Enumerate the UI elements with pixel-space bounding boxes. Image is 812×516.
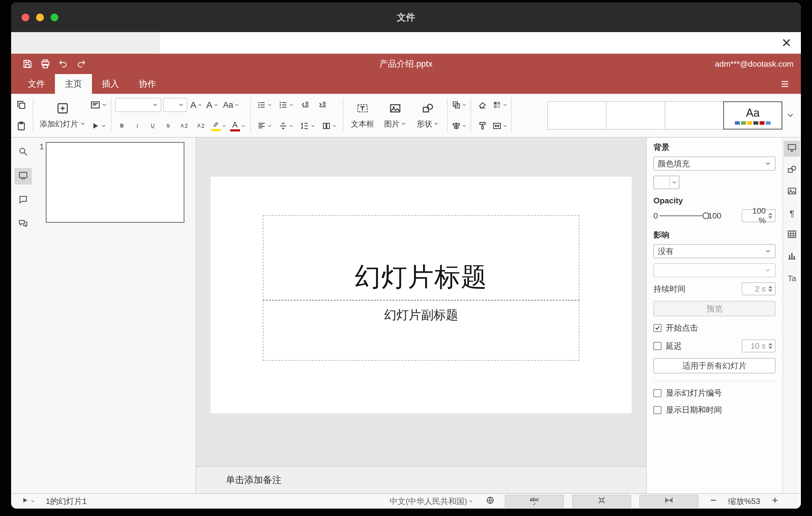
- slide-size-button[interactable]: [492, 117, 508, 135]
- theme-tile-1[interactable]: [547, 101, 607, 130]
- image-settings-button[interactable]: [784, 184, 800, 200]
- opacity-spinner[interactable]: 100 %: [742, 209, 776, 222]
- theme-gallery: Aa: [548, 96, 799, 135]
- delay-checkbox[interactable]: 延迟: [654, 341, 682, 351]
- font-color-button[interactable]: A: [229, 117, 246, 135]
- subscript-button[interactable]: A2: [194, 117, 208, 135]
- transition-effect-select[interactable]: 没有: [654, 244, 776, 258]
- table-settings-button[interactable]: [784, 227, 800, 243]
- print-button[interactable]: [36, 56, 54, 72]
- delay-spinner[interactable]: 10 s: [742, 340, 776, 352]
- spinner-arrows-icon[interactable]: [768, 343, 773, 349]
- start-slideshow-status-button[interactable]: [19, 495, 37, 508]
- slide-thumbnail[interactable]: [46, 142, 184, 223]
- duration-spinner[interactable]: 2 s: [742, 282, 776, 295]
- panel-divider: [654, 381, 776, 381]
- add-slide-button[interactable]: 添加幻灯片: [37, 96, 88, 135]
- numbering-button[interactable]: [276, 96, 296, 114]
- spinner-arrows-icon[interactable]: [768, 286, 773, 292]
- tab-home[interactable]: 主页: [55, 74, 92, 94]
- copy-button[interactable]: [13, 96, 29, 114]
- search-button[interactable]: [14, 144, 32, 161]
- background-fill-select[interactable]: 颜色填充: [654, 156, 776, 171]
- title-placeholder[interactable]: 幻灯片标题: [263, 215, 579, 300]
- fit-to-width-button[interactable]: [639, 495, 698, 508]
- minimize-window-button[interactable]: [36, 13, 44, 21]
- slide[interactable]: 幻灯片标题 幻灯片副标题: [210, 176, 632, 413]
- spellcheck-button[interactable]: abc: [505, 495, 564, 508]
- theme-tile-3[interactable]: [665, 101, 724, 130]
- background-color-picker[interactable]: [654, 176, 679, 189]
- zoom-window-button[interactable]: [51, 13, 58, 21]
- strikeout-button[interactable]: S: [161, 117, 175, 135]
- slide-layout-button[interactable]: [90, 96, 107, 114]
- italic-button[interactable]: I: [130, 117, 144, 135]
- notes-area[interactable]: 单击添加备注: [196, 466, 646, 493]
- tab-collaboration[interactable]: 协作: [129, 74, 166, 94]
- underline-button[interactable]: U: [146, 117, 160, 135]
- close-icon[interactable]: ✕: [781, 37, 792, 49]
- effect-variant-select[interactable]: [654, 263, 776, 278]
- show-slide-number-checkbox[interactable]: 显示幻灯片编号: [654, 388, 776, 398]
- vertical-align-button[interactable]: [276, 117, 296, 135]
- status-bar: 1的幻灯片1 中文(中华人民共和国) abc: [11, 493, 801, 509]
- start-slideshow-button[interactable]: [90, 117, 107, 135]
- chart-settings-button[interactable]: [784, 249, 800, 265]
- close-window-button[interactable]: [22, 13, 29, 21]
- outdent-icon: [301, 100, 310, 110]
- paragraph-settings-button[interactable]: ¶: [784, 205, 800, 222]
- textart-settings-button[interactable]: Ta: [784, 270, 800, 286]
- show-date-time-checkbox[interactable]: 显示日期和时间: [654, 405, 776, 415]
- slides-panel-button[interactable]: [14, 168, 32, 184]
- spinner-arrows-icon[interactable]: [768, 212, 773, 219]
- theme-tile-2[interactable]: [606, 101, 665, 130]
- apply-to-all-slides-button[interactable]: 适用于所有幻灯片: [654, 358, 776, 373]
- insert-image-button[interactable]: 图片: [380, 96, 411, 135]
- line-spacing-button[interactable]: [298, 117, 317, 135]
- undo-button[interactable]: [54, 56, 72, 72]
- theme-tile-selected[interactable]: Aa: [723, 101, 782, 130]
- decrease-indent-button[interactable]: [298, 96, 313, 114]
- fit-to-slide-button[interactable]: [572, 495, 631, 508]
- zoom-out-button[interactable]: [707, 495, 720, 508]
- tab-file[interactable]: 文件: [18, 74, 55, 94]
- clear-style-button[interactable]: [475, 96, 490, 114]
- chat-button[interactable]: [14, 216, 32, 233]
- font-size-combo[interactable]: [163, 98, 187, 112]
- insert-shape-button[interactable]: 形状: [412, 96, 443, 135]
- insert-textbox-button[interactable]: 文本框: [347, 96, 378, 135]
- language-selector[interactable]: 中文(中华人民共和国): [388, 495, 475, 508]
- copy-style-button[interactable]: [475, 117, 490, 135]
- color-scheme-button[interactable]: [492, 96, 508, 114]
- decrease-font-button[interactable]: A: [205, 96, 219, 114]
- start-on-click-checkbox[interactable]: 开始点击: [654, 322, 776, 333]
- horizontal-align-button[interactable]: [255, 117, 274, 135]
- zoom-in-button[interactable]: [769, 495, 781, 508]
- font-name-combo[interactable]: [115, 98, 161, 112]
- shape-settings-button[interactable]: [784, 162, 800, 178]
- change-case-button[interactable]: Aa: [221, 96, 241, 114]
- hamburger-menu-icon[interactable]: [776, 74, 794, 94]
- arrange-shape-button[interactable]: [451, 96, 467, 114]
- tab-insert[interactable]: 插入: [92, 74, 129, 94]
- increase-indent-button[interactable]: [315, 96, 330, 114]
- slider-knob[interactable]: [702, 212, 709, 219]
- opacity-slider[interactable]: [660, 215, 706, 216]
- preview-button[interactable]: 预览: [654, 301, 776, 316]
- bullets-button[interactable]: [255, 96, 274, 114]
- redo-button[interactable]: [72, 56, 90, 72]
- align-shape-button[interactable]: [451, 117, 467, 135]
- columns-button[interactable]: [319, 117, 339, 135]
- host-panel-remnant: [11, 32, 160, 54]
- save-button[interactable]: [19, 56, 36, 72]
- increase-font-button[interactable]: A: [189, 96, 203, 114]
- paste-button[interactable]: [13, 117, 29, 135]
- comments-button[interactable]: [14, 192, 32, 209]
- subtitle-placeholder[interactable]: 幻灯片副标题: [263, 300, 579, 361]
- set-language-button[interactable]: [484, 495, 497, 508]
- slide-settings-button[interactable]: [784, 141, 800, 157]
- superscript-button[interactable]: A2: [177, 117, 192, 135]
- highlight-color-button[interactable]: [210, 117, 227, 135]
- theme-gallery-expand-button[interactable]: [782, 96, 799, 135]
- bold-button[interactable]: B: [115, 117, 129, 135]
